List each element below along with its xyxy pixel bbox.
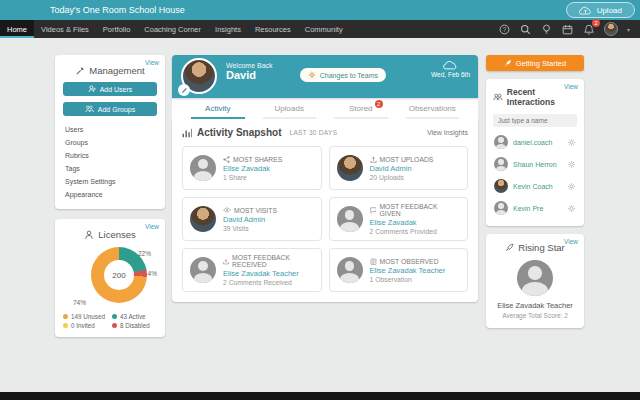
disabled-pct-label: 4% [148,270,157,277]
user-avatar[interactable] [604,22,618,36]
gear-icon[interactable] [567,138,576,147]
unused-pct-label: 74% [73,299,86,306]
stat-title: MOST SHARES [233,156,282,163]
nav-item-videos-files[interactable]: Videos & Files [34,20,96,38]
management-card: View Management Add Users Add Groups Use… [55,55,165,209]
interaction-row[interactable]: Kevin Pre [493,197,577,219]
stat-name: David Admin [370,164,434,173]
add-users-button[interactable]: Add Users [63,82,157,96]
edit-avatar-button[interactable] [178,84,190,96]
interaction-row[interactable]: Shaun Herron [493,153,577,175]
tools-icon [75,66,85,76]
legend-dot-unused [63,314,68,319]
interactions-view-link[interactable]: View [564,83,578,90]
bottom-edge [0,392,640,400]
share-icon [223,156,230,163]
stat-value: 1 Share [223,174,282,181]
sidebar-item-appearance[interactable]: Appearance [63,188,157,201]
bar-chart-icon [182,128,192,138]
sidebar-item-tags[interactable]: Tags [63,162,157,175]
avatar [190,206,216,232]
stat-name: Elise Zavadak [223,164,282,173]
stat-card-most-visits[interactable]: MOST VISITS David Admin 39 Visits [182,197,322,241]
snapshot-title: Activity Snapshot [197,127,281,138]
sidebar-item-groups[interactable]: Groups [63,136,157,149]
nav-item-insights[interactable]: Insights [208,20,248,38]
search-input[interactable] [493,114,577,127]
chevron-down-icon[interactable]: ▾ [627,26,630,33]
tab-activity[interactable]: Activity [191,98,245,119]
clipboard-icon [370,258,377,265]
date-label: Wed, Feb 6th [431,71,470,78]
nav-item-home[interactable]: Home [0,20,34,38]
legend-active: 43 Active [112,313,157,320]
changes-to-teams-button[interactable]: Changes to Teams [300,68,386,82]
stat-card-most-feedback-received[interactable]: MOST FEEDBACK RECEIVED Elise Zavadak Tea… [182,248,322,292]
tab-uploads[interactable]: Uploads [263,98,317,119]
person-name: Shaun Herron [513,161,562,168]
nav-item-community[interactable]: Community [298,20,350,38]
stat-title-row: MOST UPLOADS [370,156,434,163]
welcome-text: Welcome Back David [226,62,273,81]
stat-card-most-feedback-given[interactable]: MOST FEEDBACK GIVEN Elise Zavadak 2 Comm… [329,197,469,241]
add-users-label: Add Users [100,86,133,93]
licenses-view-link[interactable]: View [145,223,159,230]
add-user-icon [88,85,96,93]
gear-icon[interactable] [567,204,576,213]
stat-card-most-observed[interactable]: MOST OBSERVED Elise Zavadak Teacher 1 Ob… [329,248,469,292]
stat-name: Elise Zavadak Teacher [223,269,314,278]
stat-title-row: MOST FEEDBACK RECEIVED [223,254,314,268]
nav-item-portfolio[interactable]: Portfolio [96,20,138,38]
gear-icon[interactable] [567,182,576,191]
add-groups-button[interactable]: Add Groups [63,102,157,116]
upload-label: Upload [597,6,622,15]
search-icon[interactable] [520,23,532,35]
lightbulb-icon[interactable] [541,23,553,35]
licenses-title: Licenses [98,229,136,240]
sidebar-item-rubrics[interactable]: Rubrics [63,149,157,162]
sidebar-item-users[interactable]: Users [63,123,157,136]
rising-star-avatar [517,260,553,296]
inbox-icon [223,258,229,265]
tab-observations-label: Observations [409,104,456,113]
licenses-card: View Licenses 200 22% 4% 74% 149 Unused … [55,219,165,337]
snapshot-header: Activity Snapshot LAST 30 DAYS View Insi… [182,127,468,138]
legend-dot-invited [63,323,68,328]
interaction-row[interactable]: Kevin Coach [493,175,577,197]
avatar [494,179,508,193]
person-name: Kevin Pre [513,205,562,212]
nav-item-coaching-corner[interactable]: Coaching Corner [137,20,208,38]
weather-widget: Wed, Feb 6th [431,60,470,78]
stat-value: 20 Uploads [370,174,434,181]
rocket-icon [505,243,514,252]
nav-item-resources[interactable]: Resources [248,20,298,38]
view-insights-link[interactable]: View Insights [427,129,468,136]
main-nav: Home Videos & Files Portfolio Coaching C… [0,20,640,38]
rising-star-view-link[interactable]: View [564,238,578,245]
legend-unused: 149 Unused [63,313,108,320]
help-icon[interactable]: ? [499,23,511,35]
welcome-banner: Welcome Back David Changes to Teams Wed,… [172,55,478,98]
tab-observations[interactable]: Observations [406,98,460,119]
management-view-link[interactable]: View [145,59,159,66]
stat-card-most-shares[interactable]: MOST SHARES Elise Zavadak 1 Share [182,146,322,190]
snapshot-grid: MOST SHARES Elise Zavadak 1 Share MOST U… [182,146,468,292]
sidebar-item-system-settings[interactable]: System Settings [63,175,157,188]
legend-disabled: 8 Disabled [112,322,157,329]
avatar [337,155,363,181]
getting-started-button[interactable]: Getting Started [486,55,584,71]
stat-value: 2 Comments Received [223,279,314,286]
interaction-row[interactable]: daniel.coach [493,131,577,153]
calendar-icon[interactable] [562,23,574,35]
avatar [494,135,508,149]
stat-name: David Admin [223,215,277,224]
avatar [190,155,216,181]
bell-icon[interactable]: 2 [583,23,595,35]
people-icon [493,93,503,101]
stat-card-most-uploads[interactable]: MOST UPLOADS David Admin 20 Uploads [329,146,469,190]
stat-title: MOST VISITS [234,207,277,214]
upload-button[interactable]: Upload [566,2,635,18]
stat-title-row: MOST VISITS [223,207,277,214]
gear-icon[interactable] [567,160,576,169]
tab-stored[interactable]: Stored2 [334,98,388,119]
